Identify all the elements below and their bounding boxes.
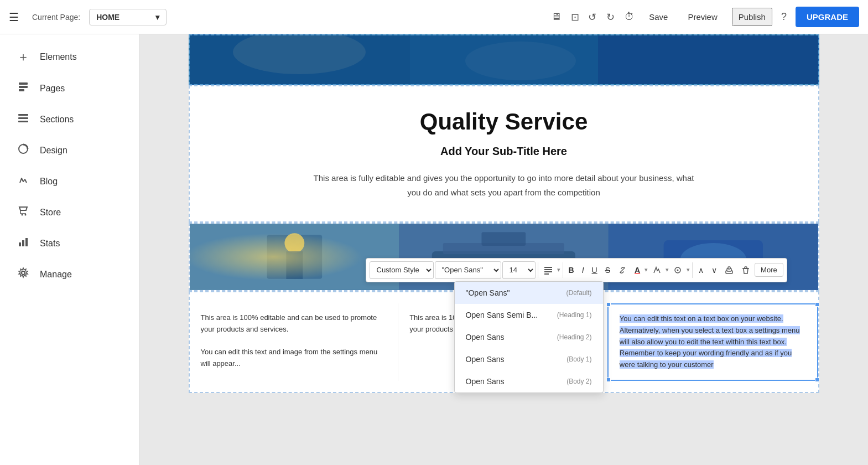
save-button[interactable]: Save — [643, 9, 673, 25]
topbar: ☰ Current Page: HOME ▾ 🖥 ⊡ ↺ ↻ ⏱ Save Pr… — [0, 0, 868, 34]
sidebar-label-sections: Sections — [40, 115, 74, 125]
design-icon — [15, 143, 31, 158]
svg-point-14 — [22, 271, 25, 275]
sidebar-label-blog: Blog — [40, 177, 58, 187]
selected-text-highlight: You can edit this text on a text box on … — [620, 314, 800, 369]
layer-button[interactable] — [721, 262, 737, 278]
font-option-body1-name: Open Sans — [466, 355, 505, 364]
resize-handle-tr[interactable] — [815, 302, 819, 307]
more-button[interactable]: More — [755, 263, 783, 277]
menu-icon[interactable]: ☰ — [9, 11, 19, 24]
hero-image — [189, 34, 819, 85]
svg-rect-33 — [544, 269, 552, 270]
link-button[interactable] — [615, 262, 630, 278]
svg-rect-5 — [18, 121, 28, 122]
redo-icon[interactable]: ↻ — [606, 11, 615, 23]
align-button[interactable] — [540, 262, 556, 278]
sidebar-item-blog[interactable]: Blog — [0, 166, 139, 197]
content-section[interactable]: Quality Service Add Your Sub-Title Here … — [189, 85, 819, 223]
hero-section[interactable] — [189, 34, 819, 85]
publish-button[interactable]: Publish — [732, 8, 772, 26]
dropdown-arrow-icon: ▾ — [155, 13, 159, 22]
underline-button[interactable]: U — [589, 262, 601, 278]
topbar-device-icons: 🖥 ⊡ — [551, 11, 579, 23]
resize-handle-bl[interactable] — [606, 378, 611, 382]
text-card-1-detail: You can edit this text and image from th… — [201, 347, 387, 370]
style-select[interactable]: Custom Style — [370, 261, 434, 279]
move-up-button[interactable]: ∧ — [695, 262, 707, 278]
svg-rect-28 — [482, 232, 526, 246]
position-button[interactable] — [670, 262, 685, 278]
sidebar-label-design: Design — [40, 146, 67, 156]
canvas-area[interactable]: Quality Service Add Your Sub-Title Here … — [139, 34, 868, 465]
tablet-icon[interactable]: ⊡ — [571, 11, 579, 23]
sidebar-item-store[interactable]: Store — [0, 197, 139, 228]
desktop-icon[interactable]: 🖥 — [551, 11, 561, 23]
svg-rect-34 — [544, 271, 552, 272]
move-down-button[interactable]: ∨ — [708, 262, 720, 278]
resize-handle-tl[interactable] — [606, 302, 611, 307]
history-icon[interactable]: ⏱ — [625, 11, 635, 23]
editor-toolbar: Custom Style "Open Sans" 14 ▾ B I U S — [366, 258, 787, 282]
manage-icon — [15, 267, 31, 282]
text-color-button[interactable]: A — [631, 262, 643, 278]
delete-button[interactable] — [738, 262, 753, 278]
store-icon — [15, 205, 31, 220]
selected-text-box[interactable]: You can edit this text on a text box on … — [607, 303, 818, 381]
strikethrough-button[interactable]: S — [602, 262, 614, 278]
content-body-text: This area is fully editable and gives yo… — [310, 171, 698, 199]
svg-line-36 — [621, 269, 623, 271]
text-card-1[interactable]: This area is 100% editable and can be us… — [190, 303, 399, 381]
page-selector[interactable]: HOME ▾ — [89, 9, 167, 25]
effect-button[interactable] — [649, 262, 664, 278]
font-option-body1[interactable]: Open Sans (Body 1) — [455, 348, 603, 370]
font-option-body2[interactable]: Open Sans (Body 2) — [455, 370, 603, 392]
size-select[interactable]: 14 — [502, 261, 536, 279]
font-option-default[interactable]: "Open Sans" (Default) — [455, 282, 603, 304]
sidebar-item-stats[interactable]: Stats — [0, 228, 139, 259]
font-option-heading1[interactable]: Open Sans Semi B... (Heading 1) — [455, 304, 603, 326]
svg-point-8 — [25, 214, 27, 216]
sidebar-label-manage: Manage — [40, 270, 72, 280]
font-dropdown: "Open Sans" (Default) Open Sans Semi B..… — [454, 281, 604, 393]
svg-rect-12 — [22, 240, 24, 246]
font-option-body1-tag: (Body 1) — [566, 355, 591, 363]
pages-icon — [15, 81, 31, 96]
sidebar-label-elements: Elements — [40, 52, 77, 62]
resize-handle-br[interactable] — [815, 378, 819, 382]
svg-rect-43 — [745, 267, 747, 268]
sidebar-item-manage[interactable]: Manage — [0, 259, 139, 290]
sidebar-item-design[interactable]: Design — [0, 135, 139, 166]
svg-rect-3 — [18, 114, 28, 116]
selected-text-content: You can edit this text on a text box on … — [620, 313, 806, 371]
font-option-heading2[interactable]: Open Sans (Heading 2) — [455, 326, 603, 348]
font-option-heading1-tag: (Heading 1) — [557, 311, 592, 319]
page-name: HOME — [96, 13, 119, 22]
font-option-body2-tag: (Body 2) — [566, 378, 591, 385]
sidebar-label-pages: Pages — [40, 84, 65, 94]
svg-rect-1 — [19, 86, 28, 88]
svg-rect-35 — [544, 273, 549, 275]
current-page-label: Current Page: — [32, 13, 80, 22]
sidebar-item-pages[interactable]: Pages — [0, 73, 139, 104]
svg-point-23 — [284, 233, 304, 253]
font-option-default-name: "Open Sans" — [466, 288, 510, 297]
font-option-body2-name: Open Sans — [466, 377, 505, 386]
svg-point-7 — [22, 214, 23, 216]
italic-button[interactable]: I — [579, 262, 588, 278]
canvas-wrapper: Quality Service Add Your Sub-Title Here … — [139, 34, 868, 393]
help-icon[interactable]: ? — [781, 11, 787, 23]
svg-rect-41 — [728, 267, 730, 269]
sidebar-item-elements[interactable]: ＋ Elements — [0, 41, 139, 73]
font-option-heading1-name: Open Sans Semi B... — [466, 311, 538, 319]
undo-icon[interactable]: ↺ — [588, 11, 596, 23]
blog-icon — [15, 174, 31, 189]
font-select[interactable]: "Open Sans" — [435, 261, 501, 279]
font-option-heading2-name: Open Sans — [466, 333, 505, 342]
preview-button[interactable]: Preview — [682, 9, 723, 25]
upgrade-button[interactable]: UPGRADE — [796, 7, 859, 27]
svg-rect-24 — [286, 251, 303, 279]
bold-button[interactable]: B — [565, 262, 578, 278]
sidebar-item-sections[interactable]: Sections — [0, 104, 139, 135]
plus-icon: ＋ — [15, 49, 31, 65]
